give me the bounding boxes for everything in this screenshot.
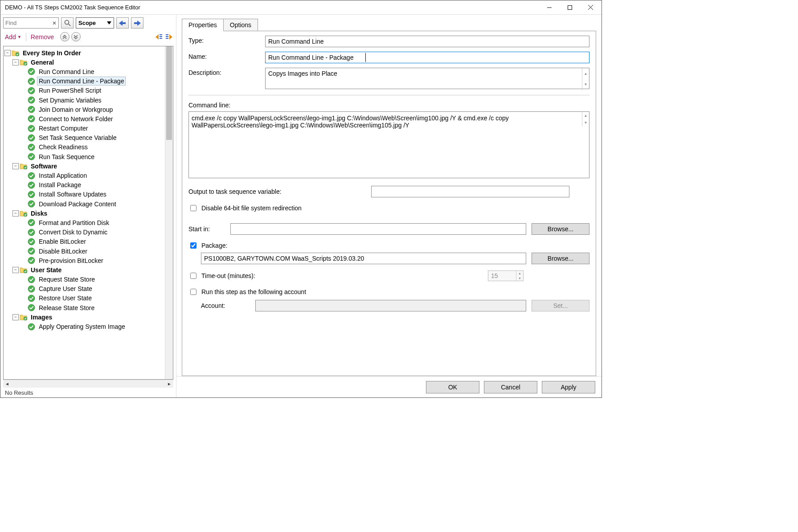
startin-input[interactable]	[230, 223, 526, 235]
check-icon	[28, 219, 35, 226]
tree-toggle-icon[interactable]: −	[12, 210, 19, 217]
svg-rect-7	[122, 22, 126, 24]
package-checkbox[interactable]	[190, 242, 196, 249]
tree-group[interactable]: −Every Step In Order	[4, 48, 164, 57]
scroll-left-icon[interactable]: ◄	[3, 380, 11, 388]
tree-toggle-icon[interactable]: −	[12, 163, 19, 169]
tree-toggle-icon[interactable]: −	[12, 59, 19, 65]
search-button[interactable]	[61, 17, 74, 29]
package-label: Package:	[201, 242, 227, 249]
tree-step[interactable]: Apply Operating System Image	[4, 322, 164, 331]
scroll-right-icon[interactable]: ►	[165, 380, 173, 388]
tree-step[interactable]: Pre-provision BitLocker	[4, 256, 164, 265]
ok-button[interactable]: OK	[426, 381, 479, 393]
name-input[interactable]	[265, 52, 589, 63]
expand-all-button[interactable]	[71, 32, 81, 41]
tree-step[interactable]: Run Command Line	[4, 67, 164, 76]
check-icon	[28, 200, 35, 208]
tree-step[interactable]: Restore User State	[4, 294, 164, 303]
tree-step[interactable]: Set Task Sequence Variable	[4, 133, 164, 143]
tree-group[interactable]: −Disks	[4, 209, 164, 218]
tree-label: Images	[29, 313, 54, 322]
runas-checkbox[interactable]	[190, 289, 196, 295]
package-browse-button[interactable]: Browse...	[532, 253, 589, 264]
timeout-value: 15	[488, 272, 516, 279]
minimize-button[interactable]	[539, 1, 560, 14]
startin-browse-button[interactable]: Browse...	[532, 223, 589, 235]
check-icon	[28, 229, 35, 236]
remove-button[interactable]: Remove	[29, 33, 56, 41]
tree-step[interactable]: Convert Disk to Dynamic	[4, 228, 164, 237]
check-icon	[28, 181, 35, 189]
tree-toggle-icon[interactable]: −	[12, 267, 19, 273]
disable64-checkbox[interactable]	[190, 205, 196, 211]
tree-step[interactable]: Restart Computer	[4, 124, 164, 133]
tree-step[interactable]: Install Application	[4, 171, 164, 180]
tab-properties[interactable]: Properties	[182, 19, 224, 31]
vertical-scrollbar[interactable]	[165, 46, 173, 379]
nav-next-button[interactable]	[131, 17, 143, 29]
nav-prev-button[interactable]	[116, 17, 129, 29]
tree-step[interactable]: Run Task Sequence	[4, 152, 164, 161]
tree-label: Release State Store	[37, 303, 96, 312]
commandline-input[interactable]: cmd.exe /c copy WallPapersLockScreens\le…	[188, 111, 589, 178]
tree-step[interactable]: Install Package	[4, 180, 164, 190]
tree-step[interactable]: Check Readiness	[4, 143, 164, 152]
spin-up-icon[interactable]: ▲	[516, 271, 523, 276]
scope-label: Scope	[78, 20, 96, 26]
commandline-label: Command line:	[188, 102, 589, 109]
find-clear-icon[interactable]: ✕	[52, 20, 57, 26]
add-button[interactable]: Add ▼	[3, 33, 23, 41]
tree-step[interactable]: Set Dynamic Variables	[4, 95, 164, 105]
close-button[interactable]	[580, 1, 601, 14]
tree-step[interactable]: Disable BitLocker	[4, 246, 164, 256]
tree-step[interactable]: Format and Partition Disk	[4, 218, 164, 227]
tree-step[interactable]: Run Command Line - Package	[4, 77, 164, 86]
tree-toggle-icon[interactable]: −	[4, 50, 11, 56]
spin-down-icon[interactable]: ▼	[516, 276, 523, 281]
find-input[interactable]	[4, 19, 58, 27]
svg-rect-10	[160, 34, 162, 35]
tree-label: Install Package	[37, 180, 83, 189]
tree-group[interactable]: −User State	[4, 265, 164, 274]
collapse-all-button[interactable]	[60, 32, 70, 41]
tree-label: Run Command Line	[37, 67, 96, 76]
folder-icon	[20, 209, 27, 217]
tree-toggle-icon[interactable]: −	[12, 314, 19, 320]
timeout-spinner[interactable]: 15 ▲▼	[488, 270, 524, 281]
tree-step[interactable]: Enable BitLocker	[4, 237, 164, 246]
tree-step[interactable]: Request State Store	[4, 275, 164, 284]
scrollbar-thumb[interactable]	[166, 46, 172, 140]
tree-step[interactable]: Download Package Content	[4, 199, 164, 209]
horizontal-scrollbar[interactable]: ◄ ►	[3, 380, 173, 388]
svg-rect-14	[166, 34, 168, 35]
svg-marker-6	[119, 20, 123, 26]
tree-util-1-button[interactable]	[155, 33, 164, 41]
tree-group[interactable]: −Software	[4, 161, 164, 171]
tree-step[interactable]: Install Software Updates	[4, 190, 164, 199]
scope-select[interactable]: Scope	[76, 17, 114, 29]
tree-util-2-button[interactable]	[164, 33, 173, 41]
commandline-spin[interactable]: ▲▼	[582, 112, 589, 126]
cancel-button[interactable]: Cancel	[484, 381, 537, 393]
tree-group[interactable]: −Images	[4, 312, 164, 322]
output-variable-input[interactable]	[371, 186, 569, 197]
tree-step[interactable]: Connect to Network Folder	[4, 114, 164, 123]
package-input[interactable]	[201, 253, 526, 264]
tree-group[interactable]: −General	[4, 57, 164, 67]
tree-step[interactable]: Release State Store	[4, 303, 164, 312]
maximize-button[interactable]	[560, 1, 580, 14]
tree[interactable]: −Every Step In Order−GeneralRun Command …	[4, 46, 165, 379]
tree-step[interactable]: Capture User State	[4, 284, 164, 294]
timeout-label: Time-out (minutes):	[201, 272, 299, 279]
description-spin[interactable]: ▲▼	[582, 68, 589, 90]
dropdown-caret-icon: ▼	[17, 35, 21, 39]
tree-step[interactable]: Run PowerShell Script	[4, 86, 164, 95]
type-label: Type:	[188, 36, 265, 44]
tree-label: Check Readiness	[37, 143, 90, 151]
description-input[interactable]: Copys Images into Place	[265, 68, 589, 89]
tree-step[interactable]: Join Domain or Workgroup	[4, 105, 164, 114]
apply-button[interactable]: Apply	[542, 381, 595, 393]
timeout-checkbox[interactable]	[190, 273, 196, 279]
tab-options[interactable]: Options	[223, 19, 258, 31]
